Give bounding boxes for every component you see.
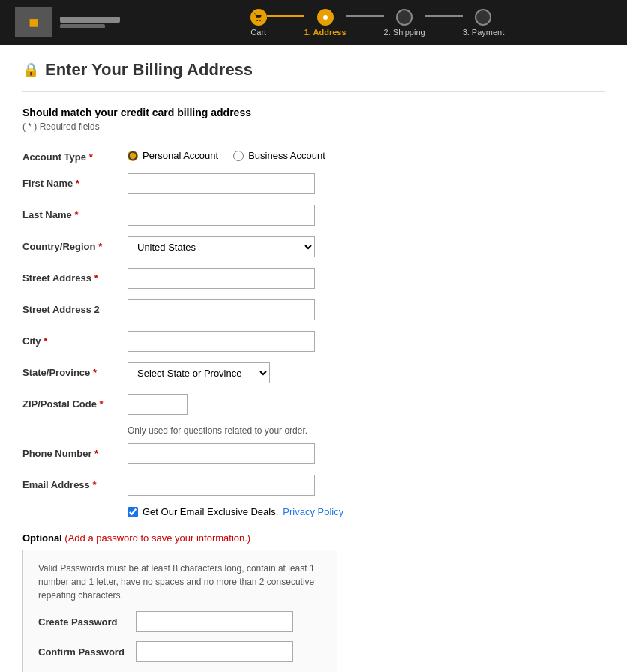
business-account-option[interactable]: Business Account — [233, 150, 326, 161]
business-account-radio[interactable] — [233, 151, 244, 161]
street-address2-row: Street Address 2 — [22, 299, 604, 320]
zip-row: ZIP/Postal Code * — [22, 394, 604, 415]
step-payment-circle — [475, 9, 491, 26]
city-input[interactable] — [128, 331, 315, 352]
step-payment: 3. Payment — [463, 9, 505, 37]
country-row: Country/Region * United States Canada Un… — [22, 236, 604, 257]
confirm-password-input[interactable] — [136, 641, 293, 662]
privacy-policy-link[interactable]: Privacy Policy — [283, 506, 344, 518]
step-shipping-label: 2. Shipping — [384, 28, 425, 37]
connector-1 — [267, 15, 304, 16]
optional-label: Optional (Add a password to save your in… — [22, 532, 604, 544]
personal-account-option[interactable]: Personal Account — [128, 150, 218, 161]
last-name-input[interactable] — [128, 205, 315, 226]
account-type-options: Personal Account Business Account — [128, 147, 326, 161]
first-name-label: First Name * — [22, 173, 128, 189]
phone-label: Phone Number * — [22, 443, 128, 459]
email-label: Email Address * — [22, 475, 128, 490]
email-deals-checkbox[interactable] — [128, 507, 138, 518]
create-password-row: Create Password — [38, 611, 322, 632]
state-row: State/Province * Select State or Provinc… — [22, 362, 604, 383]
email-input[interactable] — [128, 475, 315, 496]
svg-point-2 — [323, 15, 328, 20]
connector-3 — [425, 15, 463, 16]
logo-text — [60, 16, 120, 28]
zip-note: Only used for questions related to your … — [128, 425, 604, 436]
main-content: 🔒 Enter Your Billing Address Should matc… — [0, 45, 627, 672]
optional-section: Optional (Add a password to save your in… — [22, 532, 604, 672]
step-shipping: 2. Shipping — [384, 9, 425, 37]
step-cart-label: Cart — [250, 28, 266, 37]
street-address-label: Street Address * — [22, 268, 128, 284]
create-password-label: Create Password — [38, 616, 136, 628]
country-select[interactable]: United States Canada United Kingdom Aust… — [128, 236, 315, 257]
step-address-circle — [317, 9, 334, 26]
step-payment-label: 3. Payment — [463, 28, 505, 37]
zip-label: ZIP/Postal Code * — [22, 394, 128, 410]
account-type-row: Account Type * Personal Account Business… — [22, 147, 604, 163]
email-row: Email Address * — [22, 475, 604, 496]
country-label: Country/Region * — [22, 236, 128, 252]
zip-input[interactable] — [128, 394, 188, 415]
confirm-password-label: Confirm Password — [38, 646, 136, 658]
first-name-row: First Name * — [22, 173, 604, 194]
first-name-input[interactable] — [128, 173, 315, 194]
personal-account-radio[interactable] — [128, 151, 138, 161]
last-name-label: Last Name * — [22, 205, 128, 220]
progress-steps: Cart 1. Address 2. Shipping 3. Payment — [142, 9, 612, 37]
city-label: City * — [22, 331, 128, 346]
create-password-input[interactable] — [136, 611, 293, 632]
svg-point-1 — [260, 20, 261, 21]
step-address-label: 1. Address — [304, 28, 346, 37]
state-label: State/Province * — [22, 362, 128, 378]
street-address2-input[interactable] — [128, 299, 315, 320]
connector-2 — [346, 15, 384, 16]
form-subtitle: Should match your credit card billing ad… — [22, 106, 604, 118]
phone-input[interactable] — [128, 443, 315, 464]
step-address: 1. Address — [304, 9, 346, 37]
step-cart-circle — [250, 9, 267, 26]
svg-point-0 — [256, 20, 258, 21]
password-note: Valid Passwords must be at least 8 chara… — [38, 562, 322, 602]
page-title: 🔒 Enter Your Billing Address — [22, 60, 604, 92]
street-address-input[interactable] — [128, 268, 315, 289]
required-note: ( * ) Required fields — [22, 122, 604, 132]
header: ■ Cart 1. Ad — [0, 0, 627, 45]
street-address-row: Street Address * — [22, 268, 604, 289]
state-select[interactable]: Select State or Province Alabama Alaska … — [128, 362, 270, 383]
street-address2-label: Street Address 2 — [22, 299, 128, 315]
logo-box: ■ — [15, 8, 52, 38]
optional-box: Valid Passwords must be at least 8 chara… — [22, 550, 338, 672]
city-row: City * — [22, 331, 604, 352]
confirm-password-row: Confirm Password — [38, 641, 322, 662]
step-shipping-circle — [396, 9, 412, 26]
step-cart: Cart — [250, 9, 267, 37]
lock-icon: 🔒 — [22, 62, 39, 78]
phone-row: Phone Number * — [22, 443, 604, 464]
email-deals-row: Get Our Email Exclusive Deals. Privacy P… — [128, 506, 604, 518]
account-type-label: Account Type * — [22, 147, 128, 163]
last-name-row: Last Name * — [22, 205, 604, 226]
